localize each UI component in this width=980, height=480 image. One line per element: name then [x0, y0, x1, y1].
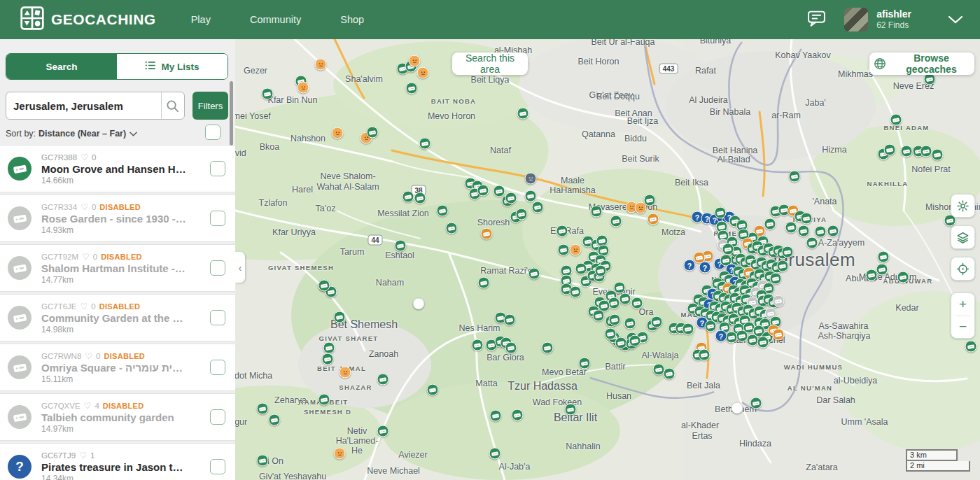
- brand[interactable]: GEOCACHING: [20, 6, 156, 34]
- cache-item[interactable]: GC7R334♡0DISABLED Rose Garden - since 19…: [0, 195, 235, 242]
- map-marker-traditional[interactable]: [785, 222, 797, 234]
- map-marker-multi[interactable]: [648, 213, 659, 225]
- map-marker-traditional[interactable]: [897, 271, 909, 283]
- map-marker-traditional[interactable]: [575, 263, 587, 275]
- map-marker-traditional[interactable]: [269, 414, 281, 426]
- map-marker-found-smiley[interactable]: [340, 367, 351, 379]
- cache-item[interactable]: GC7T6JE♡0DISABLED Community Garden at th…: [0, 294, 235, 341]
- map-marker-traditional[interactable]: [682, 323, 694, 335]
- map-marker-traditional[interactable]: [414, 192, 426, 204]
- map-marker-traditional[interactable]: [965, 341, 977, 353]
- map-marker-traditional[interactable]: [920, 146, 932, 157]
- map-marker-traditional[interactable]: [827, 225, 839, 237]
- map-marker-traditional[interactable]: [610, 216, 622, 227]
- map-marker-traditional[interactable]: [556, 225, 568, 237]
- cache-checkbox[interactable]: [210, 409, 225, 425]
- map-marker-traditional[interactable]: [257, 455, 269, 467]
- map-marker-traditional[interactable]: [427, 384, 439, 396]
- map-marker-traditional[interactable]: [318, 280, 330, 292]
- map-marker-traditional[interactable]: [890, 114, 902, 126]
- map-marker-traditional[interactable]: [620, 293, 631, 305]
- account-chevron-down-icon[interactable]: [948, 15, 963, 24]
- map-marker-traditional[interactable]: [532, 202, 544, 213]
- map-marker-traditional[interactable]: [924, 73, 936, 85]
- select-all-checkbox[interactable]: [205, 125, 220, 140]
- browse-geocaches-button[interactable]: Browse geocaches: [869, 52, 974, 75]
- map-marker-traditional[interactable]: [323, 342, 335, 354]
- map-marker-traditional[interactable]: [257, 403, 269, 415]
- map-marker-found-smiley[interactable]: [315, 59, 327, 71]
- cache-item[interactable]: GC7R388♡0 Moon Grove and Hansen House 14…: [0, 145, 235, 192]
- map-marker-traditional[interactable]: [815, 226, 827, 238]
- map-marker-found-smiley[interactable]: [409, 55, 421, 67]
- map-marker-traditional[interactable]: [395, 240, 407, 252]
- nav-play[interactable]: Play: [191, 14, 211, 25]
- map-marker-traditional[interactable]: [591, 206, 603, 218]
- map-marker-traditional[interactable]: [726, 332, 738, 344]
- map-marker-traditional[interactable]: [705, 320, 717, 332]
- map-marker-traditional[interactable]: [631, 297, 643, 309]
- map-marker-traditional[interactable]: [722, 243, 734, 255]
- map-marker-traditional[interactable]: [777, 260, 789, 272]
- messages-icon[interactable]: [807, 10, 826, 30]
- map-marker-traditional[interactable]: [446, 223, 458, 234]
- nav-shop[interactable]: Shop: [340, 14, 364, 25]
- search-input[interactable]: [6, 92, 161, 119]
- sort-value[interactable]: Distance (Near – Far): [38, 129, 126, 139]
- map-marker-traditional[interactable]: [318, 394, 330, 406]
- cache-checkbox[interactable]: [210, 459, 225, 474]
- map-marker-traditional[interactable]: [782, 246, 794, 258]
- map-marker-unknown[interactable]: [413, 298, 425, 310]
- nav-community[interactable]: Community: [250, 14, 301, 25]
- zoom-in-button[interactable]: +: [951, 293, 974, 316]
- cache-item[interactable]: GC7QXVE♡4DISABLED Talbieh community gard…: [0, 393, 235, 441]
- map-marker-traditional[interactable]: [750, 397, 762, 409]
- cache-checkbox[interactable]: [210, 310, 225, 325]
- map-marker-traditional[interactable]: [798, 225, 810, 237]
- map-marker-traditional[interactable]: [377, 374, 389, 386]
- map-marker-traditional[interactable]: [651, 316, 663, 328]
- map-marker-traditional[interactable]: [764, 218, 776, 230]
- map-marker-traditional[interactable]: [699, 349, 710, 361]
- map-marker-traditional[interactable]: [876, 264, 888, 276]
- sidebar-collapse-handle[interactable]: ‹: [235, 252, 245, 283]
- cache-item[interactable]: GC7RWN8♡0DISABLED Omriya Square - תצפית …: [0, 344, 235, 391]
- map-marker-traditional[interactable]: [884, 144, 896, 156]
- map-settings-button[interactable]: [951, 194, 975, 218]
- map-marker-traditional[interactable]: [801, 213, 813, 225]
- map-marker-traditional[interactable]: [437, 205, 449, 217]
- map-marker-multi[interactable]: [773, 329, 785, 341]
- cache-item[interactable]: GC7T92M♡0DISABLED Shalom Hartman Institu…: [0, 244, 235, 292]
- tab-my-lists[interactable]: My Lists: [117, 54, 227, 79]
- map-marker-traditional[interactable]: [322, 353, 334, 365]
- map-canvas[interactable]: Search this area Browse geocaches +: [235, 39, 980, 480]
- map-marker-traditional[interactable]: [490, 410, 502, 422]
- map-marker-traditional[interactable]: [478, 277, 490, 289]
- map-marker-traditional[interactable]: [932, 149, 944, 161]
- map-marker-multi[interactable]: [481, 228, 493, 240]
- map-marker-traditional[interactable]: [629, 335, 641, 347]
- locate-me-button[interactable]: [951, 257, 975, 281]
- map-marker-traditional[interactable]: [565, 404, 577, 416]
- zoom-out-button[interactable]: −: [951, 316, 974, 339]
- map-marker-traditional[interactable]: [570, 286, 582, 298]
- map-marker-mystery[interactable]: ?: [715, 330, 727, 342]
- filters-button[interactable]: Filters: [192, 92, 228, 120]
- map-marker-traditional[interactable]: [806, 237, 818, 249]
- map-marker-traditional[interactable]: [757, 337, 769, 348]
- map-marker-traditional[interactable]: [419, 138, 431, 150]
- map-marker-traditional[interactable]: [367, 127, 379, 139]
- cache-checkbox[interactable]: [210, 360, 225, 375]
- map-marker-traditional[interactable]: [512, 409, 524, 421]
- sort-chevron-down-icon[interactable]: [130, 132, 137, 136]
- map-marker-traditional[interactable]: [377, 425, 389, 437]
- map-marker-traditional[interactable]: [715, 207, 727, 219]
- search-this-area-button[interactable]: Search this area: [452, 52, 528, 75]
- list-scrollbar[interactable]: [230, 81, 233, 146]
- map-marker-traditional[interactable]: [517, 108, 529, 120]
- tab-search[interactable]: Search: [6, 54, 117, 79]
- map-marker-traditional[interactable]: [644, 195, 656, 206]
- search-icon[interactable]: [162, 99, 184, 113]
- map-marker-traditional[interactable]: [624, 318, 636, 330]
- map-marker-traditional[interactable]: [598, 300, 610, 312]
